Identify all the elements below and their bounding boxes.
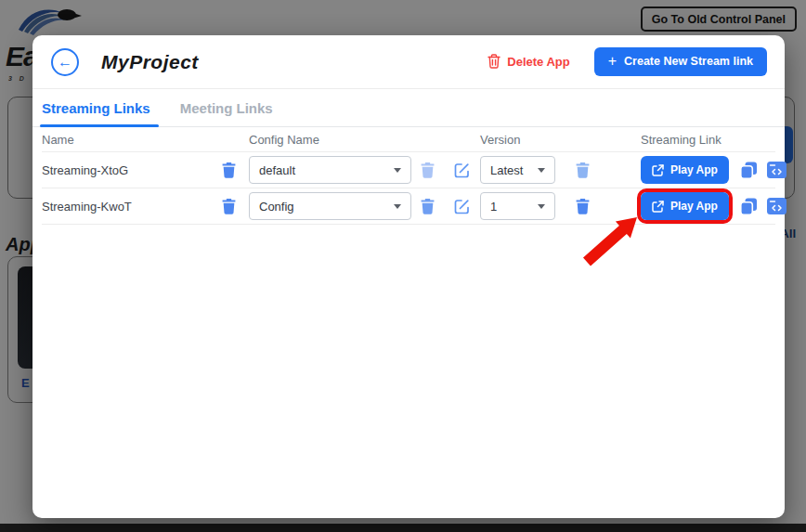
delete-version-button[interactable] — [555, 162, 590, 178]
edit-icon — [454, 199, 470, 214]
config-name-select[interactable]: Config — [249, 192, 411, 220]
version-value: Latest — [490, 163, 523, 177]
back-arrow-icon: ← — [58, 54, 72, 71]
version-select[interactable]: 1 — [480, 192, 555, 220]
project-dialog: ← MyProject Delete App + Create New Stre… — [32, 35, 785, 518]
table-row: Streaming-KwoT Config — [42, 188, 775, 225]
play-app-button[interactable]: Play App — [641, 192, 729, 220]
stream-name: Streaming-XtoG — [42, 163, 209, 177]
header-divider — [32, 88, 785, 89]
table-row: Streaming-XtoG default — [42, 152, 775, 188]
table-header-row: Name Config Name Version Streaming Link — [42, 127, 775, 152]
delete-app-label: Delete App — [507, 55, 569, 69]
create-new-stream-link-button[interactable]: + Create New Stream link — [594, 47, 767, 76]
chevron-down-icon — [394, 204, 401, 209]
embed-code-icon — [767, 198, 786, 214]
copy-icon — [740, 162, 758, 179]
column-header-version: Version — [480, 133, 641, 147]
column-header-streaming-link: Streaming Link — [641, 133, 775, 147]
trash-icon — [222, 162, 236, 178]
play-app-button[interactable]: Play App — [641, 156, 729, 184]
delete-config-button[interactable] — [421, 199, 435, 214]
version-value: 1 — [490, 200, 497, 214]
column-header-config-name: Config Name — [249, 133, 480, 147]
project-title: MyProject — [101, 51, 199, 73]
copy-link-button[interactable] — [740, 162, 758, 179]
copy-icon — [740, 198, 758, 215]
edit-config-button[interactable] — [454, 162, 470, 178]
chevron-down-icon — [394, 168, 401, 173]
play-app-label: Play App — [670, 200, 718, 213]
trash-icon — [576, 162, 590, 178]
delete-stream-button[interactable] — [222, 162, 236, 178]
tab-streaming-links[interactable]: Streaming Links — [42, 100, 150, 126]
config-name-value: Config — [259, 200, 294, 214]
dialog-actions: Delete App + Create New Stream link — [488, 46, 767, 76]
external-link-icon — [652, 164, 664, 176]
delete-stream-button[interactable] — [222, 199, 236, 214]
chevron-down-icon — [538, 168, 545, 173]
trash-icon — [421, 199, 435, 214]
chevron-down-icon — [538, 204, 545, 209]
copy-link-button[interactable] — [740, 198, 758, 215]
config-name-select[interactable]: default — [249, 156, 411, 184]
screen: Go To Old Control Panel Ea 3 D Apps E Al… — [0, 0, 806, 532]
embed-code-button[interactable] — [767, 162, 786, 178]
delete-app-button[interactable]: Delete App — [488, 54, 569, 69]
delete-version-button[interactable] — [555, 199, 590, 214]
back-button[interactable]: ← — [51, 48, 79, 76]
tab-meeting-links[interactable]: Meeting Links — [180, 100, 273, 126]
trash-icon — [576, 199, 590, 214]
stream-name: Streaming-KwoT — [42, 200, 209, 214]
plus-icon: + — [608, 53, 617, 70]
links-tabs: Streaming Links Meeting Links — [42, 100, 273, 126]
play-app-label: Play App — [670, 163, 718, 176]
version-select[interactable]: Latest — [480, 156, 555, 184]
column-header-name: Name — [42, 133, 249, 147]
embed-code-icon — [767, 162, 786, 178]
edit-config-button[interactable] — [454, 199, 470, 214]
delete-config-button[interactable] — [421, 162, 435, 178]
external-link-icon — [652, 201, 664, 213]
config-name-value: default — [259, 163, 295, 177]
embed-code-button[interactable] — [767, 198, 786, 214]
edit-icon — [454, 162, 470, 178]
play-app-highlight-box: Play App — [641, 192, 729, 220]
play-app-wrapper: Play App — [641, 156, 729, 184]
trash-icon — [488, 54, 500, 69]
create-button-label: Create New Stream link — [624, 55, 753, 68]
trash-icon — [222, 199, 236, 214]
trash-icon — [421, 162, 435, 178]
stream-links-table: Name Config Name Version Streaming Link … — [42, 127, 775, 225]
